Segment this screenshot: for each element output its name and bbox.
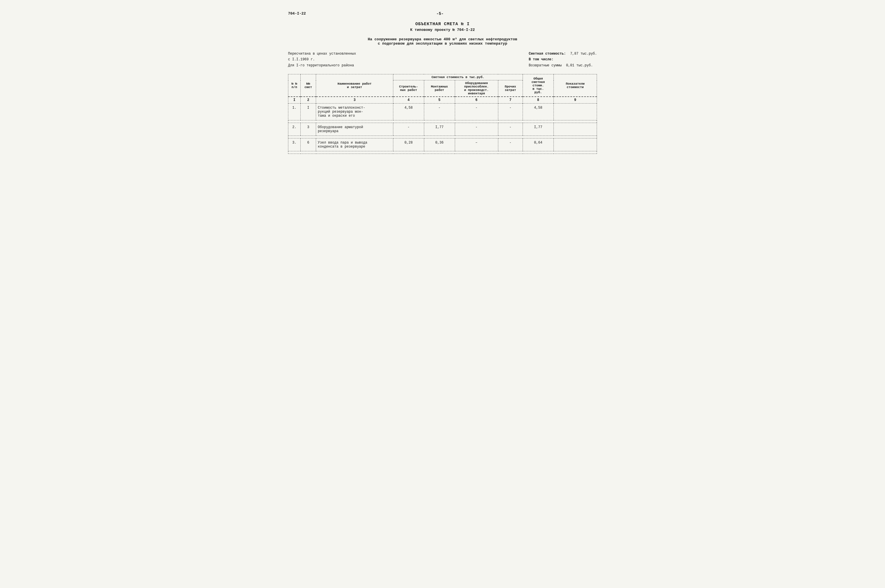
row-smet: 6: [301, 138, 316, 151]
col-num-8: 8: [523, 97, 554, 104]
main-title: ОБЪЕКТНАЯ СМЕТА № I: [288, 22, 597, 27]
col-header-proch: Прочих затрат: [498, 80, 523, 97]
row-num: 3.: [288, 138, 301, 151]
row-name: Узел ввода пара и выводаконденсата в рез…: [316, 138, 393, 151]
table-row: 2.3Оборудование арматуройрезервуара-I,77…: [288, 123, 597, 136]
row-name: Оборудование арматуройрезервуара: [316, 123, 393, 136]
table-row: 3.6Узел ввода пара и выводаконденсата в …: [288, 138, 597, 151]
smetnaya-label: Сметная стоимость:: [529, 52, 566, 56]
doc-number: 704-I-22: [288, 12, 306, 16]
col-header-smetnaya: Сметная стоимость в тыс.руб.: [393, 74, 523, 80]
meta-left-line1: Пересчитана в ценах установленных: [288, 51, 356, 57]
row-stroit: -: [393, 123, 424, 136]
sub-title: К типовому проекту № 704-I-22: [288, 28, 597, 32]
row-smet: 3: [301, 123, 316, 136]
spacer-row: [288, 136, 597, 138]
row-proch: -: [498, 123, 523, 136]
vozvratnye-value: 0,01 тыс.руб.: [566, 63, 593, 68]
row-pokaz: [554, 138, 597, 151]
row-proch: -: [498, 138, 523, 151]
page-number: -5-: [306, 12, 574, 16]
meta-right: Сметная стоимость: 7,87 тыс.руб. В том ч…: [529, 51, 597, 68]
row-stroit: 4,58: [393, 104, 424, 120]
col-num-9: 9: [554, 97, 597, 104]
spacer-row: [288, 151, 597, 154]
description-line1: На сооружение резервуара емкостью 400 м³…: [288, 37, 597, 42]
col-num-2: 2: [301, 97, 316, 104]
vtomchisle-label: В том числе:: [529, 57, 554, 62]
col-header-stroit: Строитель- ных работ: [393, 80, 424, 97]
row-num: 1.: [288, 104, 301, 120]
row-obshch: I,77: [523, 123, 554, 136]
table-row: 1.IСтоимость металлоконст-рукций резерву…: [288, 104, 597, 120]
col-num-7: 7: [498, 97, 523, 104]
title-section: ОБЪЕКТНАЯ СМЕТА № I К типовому проекту №…: [288, 22, 597, 32]
row-num: 2.: [288, 123, 301, 136]
smetnaya-stoimost-row: Сметная стоимость: 7,87 тыс.руб.: [529, 51, 597, 57]
col-num-1: I: [288, 97, 301, 104]
row-oborud: -: [455, 123, 498, 136]
col-num-3: 3: [316, 97, 393, 104]
col-header-montazh: Монтажных работ: [424, 80, 455, 97]
estimate-table: № № п/п №№ смет Наименование работ и зат…: [288, 74, 597, 154]
row-oborud: -: [455, 104, 498, 120]
row-stroit: 0,28: [393, 138, 424, 151]
col-header-num: № № п/п: [288, 74, 301, 97]
col-header-pokaz: Показатели стоимости: [554, 74, 597, 97]
meta-left-line3: Для I-го территориального района: [288, 63, 356, 68]
meta-section: Пересчитана в ценах установленных с I.I.…: [288, 51, 597, 68]
vozvratnye-row: Возвратные суммы 0,01 тыс.руб.: [529, 63, 597, 68]
row-pokaz: [554, 104, 597, 120]
vtomchisle-row: В том числе:: [529, 57, 597, 62]
row-name: Стоимость металлоконст-рукций резервуара…: [316, 104, 393, 120]
col-header-name: Наименование работ и затрат: [316, 74, 393, 97]
row-montazh: 0,36: [424, 138, 455, 151]
row-obshch: 0,64: [523, 138, 554, 151]
description: На сооружение резервуара емкостью 400 м³…: [288, 37, 597, 46]
description-line2: с подогревом для эксплуатации в условиях…: [288, 42, 597, 46]
col-header-oborud: Оборудования приспособлен. и производст.…: [455, 80, 498, 97]
col-header-obshch: Общая сметная стомм. в тыс. руб.: [523, 74, 554, 97]
col-num-6: 6: [455, 97, 498, 104]
spacer-row: [288, 120, 597, 123]
vozvratnye-label: Возвратные суммы: [529, 63, 562, 68]
row-obshch: 4,58: [523, 104, 554, 120]
row-montazh: I,77: [424, 123, 455, 136]
row-oborud: –: [455, 138, 498, 151]
column-numbers-row: I 2 3 4 5 6 7 8 9: [288, 97, 597, 104]
row-montazh: -: [424, 104, 455, 120]
meta-left: Пересчитана в ценах установленных с I.I.…: [288, 51, 356, 68]
page-header: 704-I-22 -5-: [288, 12, 597, 16]
col-header-smet: №№ смет: [301, 74, 316, 97]
col-num-5: 5: [424, 97, 455, 104]
col-num-4: 4: [393, 97, 424, 104]
smetnaya-value: 7,87 тыс.руб.: [570, 52, 597, 56]
row-proch: -: [498, 104, 523, 120]
row-pokaz: [554, 123, 597, 136]
row-smet: I: [301, 104, 316, 120]
meta-left-line2: с I.I.1969 г.: [288, 57, 356, 62]
